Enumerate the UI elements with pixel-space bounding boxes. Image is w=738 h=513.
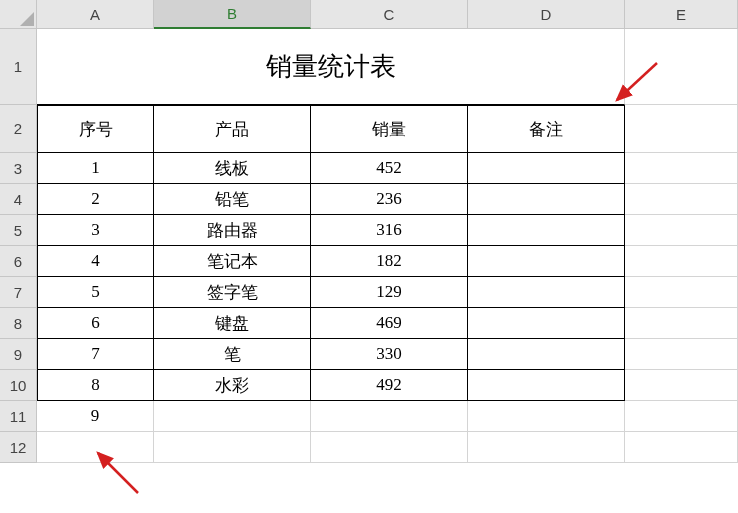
table-cell-value: 3	[91, 220, 100, 240]
table-cell-product[interactable]: 键盘	[154, 308, 311, 339]
cell-E5[interactable]	[625, 215, 738, 246]
select-all-corner[interactable]	[0, 0, 37, 29]
table-cell-product[interactable]: 路由器	[154, 215, 311, 246]
table-cell-value: 7	[91, 344, 100, 364]
row-header-6[interactable]: 6	[0, 246, 37, 277]
table-cell-seq[interactable]: 1	[37, 153, 154, 184]
table-header-remark[interactable]: 备注	[468, 105, 625, 153]
cell-E1[interactable]	[625, 29, 738, 105]
table-cell-remark[interactable]	[468, 184, 625, 215]
row-header-10[interactable]: 10	[0, 370, 37, 401]
cell-E3[interactable]	[625, 153, 738, 184]
row-header-3[interactable]: 3	[0, 153, 37, 184]
table-cell-remark[interactable]	[468, 246, 625, 277]
table-cell-remark[interactable]	[468, 215, 625, 246]
table-cell-value: 330	[376, 344, 402, 364]
column-header-B[interactable]: B	[154, 0, 311, 29]
table-cell-value: 236	[376, 189, 402, 209]
table-cell-value: 路由器	[207, 219, 258, 242]
table-cell-value: 2	[91, 189, 100, 209]
table-cell-seq[interactable]: 2	[37, 184, 154, 215]
table-cell-product[interactable]: 签字笔	[154, 277, 311, 308]
table-header-label: 产品	[215, 118, 249, 141]
cell-B12[interactable]	[154, 432, 311, 463]
table-cell-value: 5	[91, 282, 100, 302]
table-cell-sales[interactable]: 330	[311, 339, 468, 370]
cell-B11[interactable]	[154, 401, 311, 432]
table-cell-seq[interactable]: 4	[37, 246, 154, 277]
table-cell-value: 笔	[224, 343, 241, 366]
table-cell-seq[interactable]: 8	[37, 370, 154, 401]
cell-A11[interactable]: 9	[37, 401, 154, 432]
table-cell-value: 签字笔	[207, 281, 258, 304]
table-header-product[interactable]: 产品	[154, 105, 311, 153]
column-header-D[interactable]: D	[468, 0, 625, 29]
cell-E6[interactable]	[625, 246, 738, 277]
table-cell-seq[interactable]: 3	[37, 215, 154, 246]
table-cell-sales[interactable]: 129	[311, 277, 468, 308]
table-cell-remark[interactable]	[468, 370, 625, 401]
cell-C11[interactable]	[311, 401, 468, 432]
table-cell-value: 4	[91, 251, 100, 271]
table-cell-sales[interactable]: 236	[311, 184, 468, 215]
row-header-2[interactable]: 2	[0, 105, 37, 153]
cell-E4[interactable]	[625, 184, 738, 215]
table-cell-remark[interactable]	[468, 277, 625, 308]
table-cell-value: 水彩	[215, 374, 249, 397]
table-cell-value: 316	[376, 220, 402, 240]
table-cell-value: 铅笔	[215, 188, 249, 211]
column-header-A[interactable]: A	[37, 0, 154, 29]
row-header-11[interactable]: 11	[0, 401, 37, 432]
cell-E11[interactable]	[625, 401, 738, 432]
row-header-8[interactable]: 8	[0, 308, 37, 339]
table-cell-seq[interactable]: 7	[37, 339, 154, 370]
table-cell-product[interactable]: 笔记本	[154, 246, 311, 277]
column-header-C[interactable]: C	[311, 0, 468, 29]
cell-E2[interactable]	[625, 105, 738, 153]
row-header-7[interactable]: 7	[0, 277, 37, 308]
table-cell-sales[interactable]: 492	[311, 370, 468, 401]
table-cell-value: 452	[376, 158, 402, 178]
row-header-1[interactable]: 1	[0, 29, 37, 105]
cell-E10[interactable]	[625, 370, 738, 401]
cell-E9[interactable]	[625, 339, 738, 370]
row-header-12[interactable]: 12	[0, 432, 37, 463]
table-cell-seq[interactable]: 6	[37, 308, 154, 339]
table-cell-product[interactable]: 铅笔	[154, 184, 311, 215]
row-header-9[interactable]: 9	[0, 339, 37, 370]
cell-C12[interactable]	[311, 432, 468, 463]
table-cell-seq[interactable]: 5	[37, 277, 154, 308]
table-cell-product[interactable]: 线板	[154, 153, 311, 184]
table-cell-remark[interactable]	[468, 153, 625, 184]
table-cell-value: 1	[91, 158, 100, 178]
table-cell-remark[interactable]	[468, 308, 625, 339]
table-cell-value: 469	[376, 313, 402, 333]
table-header-label: 序号	[79, 118, 113, 141]
table-cell-product[interactable]: 笔	[154, 339, 311, 370]
cell-D11[interactable]	[468, 401, 625, 432]
table-header-seq[interactable]: 序号	[37, 105, 154, 153]
table-header-label: 销量	[372, 118, 406, 141]
table-cell-sales[interactable]: 469	[311, 308, 468, 339]
table-cell-sales[interactable]: 182	[311, 246, 468, 277]
table-cell-value: 129	[376, 282, 402, 302]
cell-A12[interactable]	[37, 432, 154, 463]
table-cell-sales[interactable]: 316	[311, 215, 468, 246]
table-cell-remark[interactable]	[468, 339, 625, 370]
table-cell-product[interactable]: 水彩	[154, 370, 311, 401]
table-cell-value: 线板	[215, 157, 249, 180]
cell-D12[interactable]	[468, 432, 625, 463]
table-cell-value: 笔记本	[207, 250, 258, 273]
cell-E7[interactable]	[625, 277, 738, 308]
table-header-label: 备注	[529, 118, 563, 141]
table-cell-value: 182	[376, 251, 402, 271]
column-header-E[interactable]: E	[625, 0, 738, 29]
row-header-4[interactable]: 4	[0, 184, 37, 215]
cell-E8[interactable]	[625, 308, 738, 339]
table-cell-sales[interactable]: 452	[311, 153, 468, 184]
title-cell[interactable]: 销量统计表	[37, 29, 625, 105]
cell-E12[interactable]	[625, 432, 738, 463]
table-header-sales[interactable]: 销量	[311, 105, 468, 153]
row-header-5[interactable]: 5	[0, 215, 37, 246]
extra-seq-value: 9	[91, 406, 100, 426]
